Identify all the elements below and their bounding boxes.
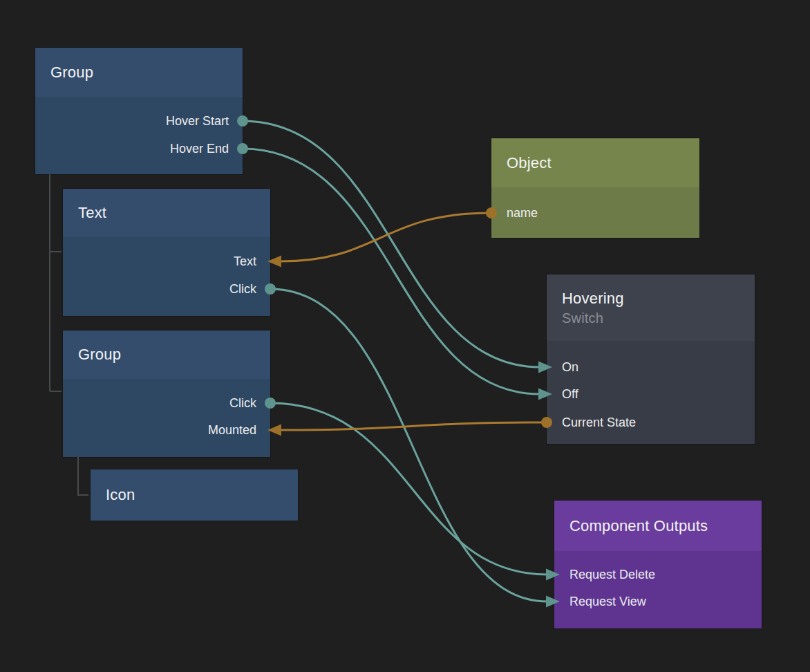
- port-label: name: [507, 206, 538, 220]
- node-hovering-switch[interactable]: Hovering Switch On Off Current State: [547, 274, 755, 444]
- port-current-state[interactable]: Current State: [547, 414, 755, 431]
- node-header: Icon: [91, 469, 298, 521]
- connection-text-click-to-request-view[interactable]: [270, 289, 547, 601]
- node-title: Group: [50, 64, 93, 82]
- node-header: Group: [35, 48, 243, 97]
- node-component-outputs[interactable]: Component Outputs Request Delete Request…: [554, 501, 762, 628]
- node-title: Object: [507, 154, 552, 172]
- port-label: Current State: [562, 416, 636, 429]
- port-label: Click: [229, 282, 256, 296]
- port-label: Request Delete: [569, 568, 655, 581]
- node-title: Component Outputs: [569, 517, 708, 535]
- node-title: Icon: [106, 486, 135, 504]
- node-icon-1[interactable]: Icon: [91, 469, 298, 521]
- hierarchy-line-group2-icon: [78, 457, 88, 495]
- port-mounted[interactable]: Mounted: [63, 422, 270, 438]
- port-label: Click: [229, 396, 256, 410]
- node-header: Hovering Switch: [547, 274, 755, 341]
- node-header: Text: [63, 189, 270, 237]
- node-header: Group: [63, 330, 270, 379]
- connection-name-to-text[interactable]: [280, 213, 491, 261]
- node-title: Group: [78, 346, 121, 364]
- connection-current-state-to-mounted[interactable]: [280, 422, 547, 430]
- connection-group-click-to-request-delete[interactable]: [270, 403, 547, 575]
- node-subtitle: Switch: [562, 309, 603, 328]
- node-header: Object: [491, 138, 699, 187]
- port-label: On: [562, 360, 578, 374]
- port-text[interactable]: Text: [63, 253, 270, 270]
- port-request-delete[interactable]: Request Delete: [554, 566, 762, 583]
- port-label: Request View: [569, 595, 646, 608]
- node-text-1[interactable]: Text Text Click: [63, 189, 270, 316]
- port-hover-end[interactable]: Hover End: [35, 140, 243, 157]
- node-group-1[interactable]: Group Hover Start Hover End: [35, 48, 243, 174]
- port-request-view[interactable]: Request View: [554, 593, 762, 610]
- port-hover-start[interactable]: Hover Start: [35, 113, 243, 129]
- port-off[interactable]: Off: [547, 386, 755, 402]
- port-label: Hover End: [170, 142, 229, 156]
- hierarchy-line-group1-children: [50, 174, 62, 391]
- node-group-2[interactable]: Group Click Mounted: [63, 330, 270, 457]
- node-object-1[interactable]: Object name: [491, 138, 699, 238]
- port-label: Text: [234, 254, 256, 268]
- port-label: Off: [562, 387, 578, 401]
- node-graph-canvas[interactable]: Group Hover Start Hover End Text Text Cl…: [0, 0, 810, 672]
- port-click[interactable]: Click: [63, 281, 270, 297]
- node-title: Hovering: [562, 288, 624, 309]
- port-name[interactable]: name: [491, 205, 699, 221]
- port-label: Hover Start: [166, 114, 229, 128]
- port-label: Mounted: [208, 423, 256, 437]
- node-title: Text: [78, 204, 106, 222]
- port-on[interactable]: On: [547, 359, 755, 375]
- port-click[interactable]: Click: [63, 395, 270, 411]
- node-header: Component Outputs: [554, 501, 762, 551]
